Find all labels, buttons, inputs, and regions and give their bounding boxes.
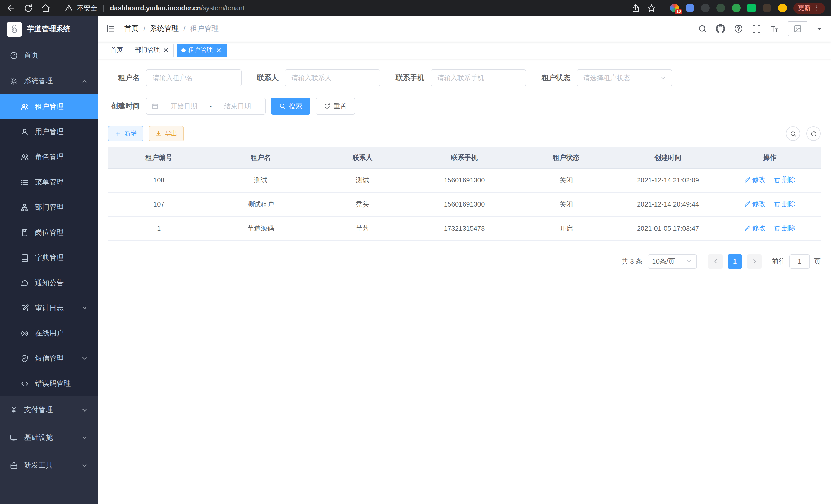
- export-button[interactable]: 导出: [148, 126, 184, 141]
- user-avatar[interactable]: [788, 21, 807, 36]
- goto-page-input[interactable]: [790, 254, 810, 268]
- chevron-down-icon: [660, 75, 666, 81]
- url-path: /system/tenant: [201, 4, 245, 12]
- delete-link[interactable]: 删除: [774, 224, 796, 233]
- sidebar-item-role[interactable]: 角色管理: [0, 144, 98, 170]
- tab-dept[interactable]: 部门管理: [131, 43, 174, 57]
- sidebar-item-dict[interactable]: 字典管理: [0, 245, 98, 270]
- collapse-sidebar-icon[interactable]: [106, 24, 115, 33]
- sidebar-item-devtools[interactable]: 研发工具: [0, 452, 98, 479]
- sidebar-item-sms[interactable]: 短信管理: [0, 346, 98, 371]
- sidebar-item-menu[interactable]: 菜单管理: [0, 170, 98, 195]
- extension-icon[interactable]: [701, 4, 710, 12]
- cell-name: 芋道源码: [210, 216, 311, 240]
- chevron-down-icon: [81, 407, 88, 413]
- address-bar[interactable]: 不安全 dashboard.yudao.iocoder.cn/system/te…: [65, 3, 624, 12]
- sidebar-item-home[interactable]: 首页: [0, 42, 98, 68]
- cell-name: 测试租户: [210, 192, 311, 216]
- search-icon: [279, 103, 286, 110]
- create-time-label: 创建时间: [108, 101, 140, 111]
- contact-input[interactable]: [285, 69, 380, 86]
- sidebar-menu: 首页 系统管理 租户管理 用户管理: [0, 42, 98, 479]
- tenant-name-input[interactable]: [146, 69, 241, 86]
- filter-tenant-name: 租户名: [108, 69, 241, 86]
- help-icon[interactable]: [734, 24, 743, 33]
- home-icon[interactable]: [41, 3, 50, 12]
- breadcrumb: 首页 / 系统管理 / 租户管理: [124, 24, 219, 33]
- search-button[interactable]: 搜索: [271, 98, 310, 115]
- sidebar-item-post[interactable]: 岗位管理: [0, 220, 98, 245]
- calendar-icon: [152, 103, 158, 110]
- extension-icon[interactable]: [686, 4, 694, 12]
- sidebar-item-notice[interactable]: 通知公告: [0, 270, 98, 295]
- close-icon[interactable]: [163, 47, 169, 53]
- cell-phone: 17321315478: [413, 216, 515, 240]
- breadcrumb-home[interactable]: 首页: [124, 24, 139, 33]
- status-select[interactable]: 请选择租户状态: [577, 69, 672, 86]
- message-icon: [21, 279, 29, 287]
- sidebar-item-dept[interactable]: 部门管理: [0, 195, 98, 220]
- search-icon: [790, 130, 796, 137]
- breadcrumb-system[interactable]: 系统管理: [150, 24, 179, 33]
- toggle-search-button[interactable]: [786, 126, 800, 141]
- delete-link[interactable]: 删除: [774, 200, 796, 209]
- extension-icon[interactable]: [747, 4, 756, 12]
- page-size-select[interactable]: 10条/页: [648, 254, 697, 268]
- phone-input[interactable]: [431, 69, 526, 86]
- sidebar-item-audit-log[interactable]: 审计日志: [0, 295, 98, 321]
- cell-status: 关闭: [515, 168, 617, 192]
- next-page-button[interactable]: [747, 254, 762, 268]
- search-icon[interactable]: [698, 24, 707, 33]
- refresh-table-button[interactable]: [806, 126, 821, 141]
- update-button[interactable]: 更新: [794, 2, 825, 13]
- toolbar-divider: [663, 4, 663, 12]
- fullscreen-icon[interactable]: [752, 24, 761, 33]
- sidebar-item-infra[interactable]: 基础设施: [0, 424, 98, 452]
- sidebar-item-online-user[interactable]: 在线用户: [0, 321, 98, 346]
- font-size-icon[interactable]: [770, 24, 779, 33]
- profile-avatar[interactable]: [778, 4, 787, 12]
- extension-icon[interactable]: [763, 4, 771, 12]
- main-area: 首页 / 系统管理 / 租户管理: [98, 16, 831, 504]
- extension-icon[interactable]: 10: [670, 4, 679, 12]
- reload-icon[interactable]: [24, 3, 33, 12]
- sidebar-item-error-code[interactable]: 错误码管理: [0, 371, 98, 396]
- extension-icon[interactable]: [732, 4, 741, 12]
- extension-icon[interactable]: [716, 4, 725, 12]
- sidebar-item-user[interactable]: 用户管理: [0, 119, 98, 144]
- back-icon[interactable]: [6, 3, 16, 12]
- bookmark-star-icon[interactable]: [647, 3, 656, 12]
- edit-link[interactable]: 修改: [744, 200, 766, 209]
- date-range-picker[interactable]: 开始日期 - 结束日期: [146, 98, 266, 115]
- gear-icon: [10, 77, 18, 85]
- add-button[interactable]: 新增: [108, 126, 143, 141]
- app-logo[interactable]: 芋道管理系统: [0, 16, 98, 42]
- sidebar-item-system[interactable]: 系统管理: [0, 68, 98, 94]
- edit-icon: [744, 225, 751, 232]
- github-icon[interactable]: [716, 24, 725, 33]
- top-navbar: 首页 / 系统管理 / 租户管理: [98, 16, 831, 41]
- edit-link[interactable]: 修改: [744, 175, 766, 185]
- tab-home[interactable]: 首页: [106, 43, 127, 57]
- prev-page-button[interactable]: [708, 254, 722, 268]
- sidebar-item-tenant[interactable]: 租户管理: [0, 94, 98, 119]
- tab-tenant[interactable]: 租户管理: [177, 43, 227, 57]
- filter-contact: 联系人: [257, 69, 380, 86]
- close-icon[interactable]: [215, 47, 222, 53]
- warning-icon: [65, 4, 73, 12]
- system-submenu: 租户管理 用户管理 角色管理 菜单管理: [0, 94, 98, 396]
- page-number-button[interactable]: 1: [728, 254, 742, 268]
- col-tenant-name: 租户名: [210, 147, 311, 168]
- reset-button[interactable]: 重置: [316, 98, 355, 115]
- filter-row-2: 创建时间 开始日期 - 结束日期 搜索 重置: [108, 98, 821, 115]
- sidebar-item-payment[interactable]: 支付管理: [0, 396, 98, 424]
- edit-link[interactable]: 修改: [744, 224, 766, 233]
- share-icon[interactable]: [631, 3, 640, 12]
- table-header-row: 租户编号 租户名 联系人 联系手机 租户状态 创建时间 操作: [108, 147, 821, 168]
- browser-menu-icon[interactable]: [813, 5, 820, 11]
- book-icon: [21, 254, 29, 262]
- col-phone: 联系手机: [413, 147, 515, 168]
- caret-down-icon[interactable]: [816, 25, 823, 32]
- chevron-right-icon: [751, 258, 758, 265]
- delete-link[interactable]: 删除: [774, 175, 796, 185]
